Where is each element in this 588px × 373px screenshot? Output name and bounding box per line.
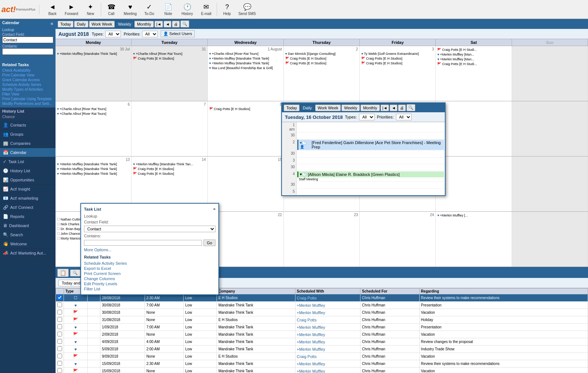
sidebar-item-history-list[interactable]: 🕐 History List	[0, 166, 56, 176]
table-row[interactable]: 🚩 30/08/2018 None Low Mandrake Think Tan…	[56, 309, 588, 316]
event-2-1[interactable]: ♥+Charlie Allnut [River Rat Tours]	[56, 107, 130, 111]
prev-btn[interactable]: ◄	[164, 21, 171, 27]
sidebar-collapse-btn[interactable]: «	[50, 20, 53, 26]
sidebar-item-act-insight[interactable]: 📈 Act! Insight	[0, 185, 56, 194]
task-search-btn[interactable]: 🔍	[70, 270, 80, 276]
event-3-5[interactable]: 🚩Craig Potts [E H Studios]	[132, 167, 206, 171]
sidebar-item-contacts[interactable]: 👤 Contacts	[0, 121, 56, 130]
event-2-3[interactable]: 🚩Craig Potts [E H Studios]	[209, 107, 283, 111]
sidebar-item-welcome[interactable]: 👋 Welcome	[0, 240, 56, 249]
schedule-series-task-link[interactable]: Schedule Activity Series	[84, 261, 215, 266]
row-scheduled-with[interactable]: +Merkin Muffley	[295, 324, 360, 331]
event-1-14[interactable]: 🚩Craig Potts [E H Studi...	[436, 48, 511, 52]
event-2-2[interactable]: ♥+Charlie Allnut [River Rat Tours]	[56, 112, 130, 116]
table-row[interactable]: ♥ 4/09/2018 4:00 AM Low Mandrake Think T…	[56, 338, 588, 346]
row-checkbox[interactable]	[56, 353, 64, 360]
row-scheduled-with[interactable]: +Merkin Muffley	[295, 338, 360, 346]
row-checkbox[interactable]	[56, 346, 64, 353]
modify-types-link[interactable]: Modify Types of Activities	[2, 87, 53, 92]
contains-input[interactable]	[2, 48, 53, 55]
table-row[interactable]: 🚩 2/09/2018 None Low Mandrake Think Tank…	[56, 331, 588, 338]
work-week-btn[interactable]: Work Week	[89, 21, 115, 27]
check-availability-link[interactable]: Check Availability	[2, 68, 53, 73]
prev-nav-btn[interactable]: |◄	[154, 21, 163, 27]
table-row[interactable]: ♥ 1/09/2018 7:00 AM Low Mandrake Think T…	[56, 324, 588, 331]
event-3-4[interactable]: ♥+Merkin Muffley [Mandrake Think Tan...	[132, 162, 206, 166]
event-1-5[interactable]: ♥+Merkin Muffley [Mandrake Think Tank]	[209, 56, 283, 61]
event-1-11[interactable]: ♥Ty Webb [Golf Greens Extraordinaire]	[360, 52, 435, 56]
sidebar-item-groups[interactable]: 👥 Groups	[0, 130, 56, 139]
history-button[interactable]: 🕐 History	[178, 1, 197, 18]
row-scheduled-with[interactable]: +Merkin Muffley	[295, 368, 360, 373]
filter-list-link[interactable]: Filter List	[84, 286, 215, 291]
row-scheduled-with[interactable]: +Merkin Muffley	[295, 302, 360, 309]
daily-prev-btn[interactable]: ◄	[390, 105, 397, 111]
print-btn[interactable]: 🖨	[172, 21, 180, 27]
history-item-chance[interactable]: Chance	[2, 114, 53, 119]
event-1-13[interactable]: 🚩Craig Potts [E H Studios]	[360, 61, 435, 65]
today-btn[interactable]: Today	[58, 21, 73, 27]
daily-weekly-btn[interactable]: Weekly	[341, 105, 360, 111]
row-scheduled-with[interactable]: Craig Potts	[295, 316, 360, 324]
contact-field-input[interactable]	[2, 37, 53, 43]
call-button[interactable]: ☎ Call	[102, 1, 121, 18]
col-scheduled-with[interactable]: Scheduled With	[295, 289, 360, 294]
sidebar-item-calendar[interactable]: 📅 Calendar	[0, 148, 56, 157]
table-row[interactable]: ♥ 30/08/2018 7:00 AM Low Mandrake Think …	[56, 302, 588, 309]
new-button[interactable]: ✦ New	[81, 1, 100, 18]
table-row[interactable]: ♥ 5/09/2018 2:00 AM Low Mandrake Think T…	[56, 346, 588, 353]
edit-priority-link[interactable]: Edit Priority Levels	[84, 281, 215, 286]
col-regarding[interactable]: Regarding	[419, 289, 588, 294]
row-checkbox[interactable]	[56, 331, 64, 338]
back-button[interactable]: ◄ Back	[43, 1, 62, 18]
row-scheduled-with[interactable]: +Merkin Muffley	[295, 309, 360, 316]
sidebar-item-reports[interactable]: 📄 Reports	[0, 212, 56, 221]
row-checkbox[interactable]	[56, 309, 64, 316]
row-checkbox[interactable]	[56, 324, 64, 331]
event-1-9[interactable]: 🚩Craig Potts [E H Studios]	[285, 56, 359, 61]
event-1-1[interactable]: ♥+Merkin Muffley [Mandrake Think Tank]	[56, 52, 130, 56]
table-row[interactable]: 🚩 15/09/2018 None Low Mandrake Think Tan…	[56, 368, 588, 373]
row-checkbox[interactable]	[56, 338, 64, 346]
daily-priorities-select[interactable]: All	[396, 114, 412, 120]
table-row[interactable]: 🚩 31/08/2018 None Low E H Studios Craig …	[56, 316, 588, 324]
col-company[interactable]: Company	[217, 289, 295, 294]
event-1-17[interactable]: 🚩Craig Potts [E H Studi...	[436, 62, 511, 66]
row-scheduled-with[interactable]: +Merkin Muffley	[295, 331, 360, 338]
table-row[interactable]: ☐ 28/08/2018 2:30 AM Low E H Studios Cra…	[56, 294, 588, 302]
filter-view-link[interactable]: Filter View	[2, 92, 53, 97]
event-1-15[interactable]: ♥+Merkin Muffley [Man...	[436, 52, 511, 57]
row-scheduled-with[interactable]: +Merkin Muffley	[295, 360, 360, 368]
event-1-12[interactable]: 🚩Craig Potts [E H Studios]	[360, 56, 435, 61]
row-checkbox[interactable]	[56, 302, 64, 309]
change-columns-link[interactable]: Change Columns	[84, 276, 215, 281]
event-1-16[interactable]: ♥+Merkin Muffley [Man...	[436, 57, 511, 61]
daily-search-btn[interactable]: 🔍	[406, 104, 415, 111]
print-template-link[interactable]: Print Calendar Using Template	[2, 97, 53, 101]
forward-button[interactable]: ► Forward	[62, 1, 81, 18]
task-contact-field-select[interactable]: Contact	[84, 226, 215, 232]
email-button[interactable]: ✉ E-mail	[197, 1, 216, 18]
search-cal-btn[interactable]: 🔍	[180, 20, 189, 27]
daily-btn[interactable]: Daily	[74, 21, 88, 27]
daily-work-week-btn[interactable]: Work Week	[315, 105, 341, 111]
daily-types-select[interactable]: All	[359, 114, 375, 120]
export-excel-link[interactable]: Export to Excel	[84, 266, 215, 271]
send-sms-button[interactable]: 💬 Send SMS	[237, 1, 258, 18]
help-button[interactable]: ? Help	[218, 1, 237, 18]
task-more-options-link[interactable]: More Options...	[84, 248, 111, 252]
sidebar-item-dashboard[interactable]: 🖥 Dashboard	[0, 221, 56, 230]
sidebar-item-marketing-aut[interactable]: 📣 Act! Marketing Aut...	[0, 249, 56, 258]
row-checkbox[interactable]	[56, 368, 64, 373]
todo-button[interactable]: ✓ To-Do	[140, 1, 159, 18]
schedule-series-link[interactable]: Schedule Activity Series	[2, 82, 53, 87]
modify-prefs-link[interactable]: Modify Preferences and Setti...	[2, 101, 53, 106]
event-3-3[interactable]: ♥+Merkin Muffley [Mandrake Think Tank]	[56, 172, 130, 176]
table-row[interactable]: ♥ 15/09/2018 2:30 AM Low Mandrake Think …	[56, 360, 588, 368]
daily-daily-btn[interactable]: Daily	[300, 105, 314, 111]
row-scheduled-with[interactable]: +Merkin Muffley	[295, 346, 360, 353]
event-3-2[interactable]: ♥+Merkin Muffley [Mandrake Think Tank]	[56, 167, 130, 171]
task-lookup-collapse-btn[interactable]: «	[213, 207, 215, 211]
weekly-btn[interactable]: Weekly	[115, 21, 134, 27]
event-3-1[interactable]: ♥+Merkin Muffley [Mandrake Think Tank]	[56, 162, 130, 166]
